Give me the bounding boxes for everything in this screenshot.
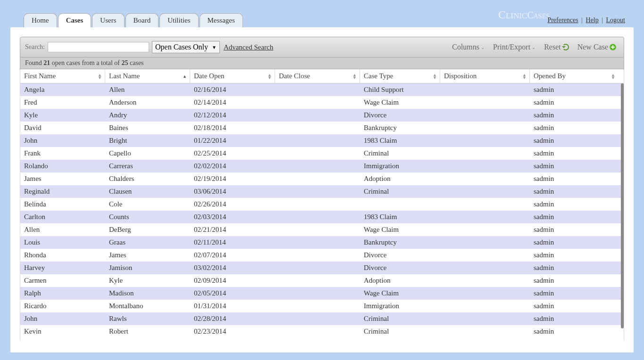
sort-icon: ▲▼ bbox=[352, 74, 357, 79]
tab-utilities[interactable]: Utilities bbox=[159, 13, 198, 27]
table-row[interactable]: RalphMadison02/05/2014Wage Claimsadmin bbox=[20, 287, 624, 300]
table-row[interactable]: BelindaCole02/26/2014sadmin bbox=[20, 198, 624, 211]
cell-first: Reginald bbox=[20, 185, 105, 198]
table-row[interactable]: KevinRobert02/23/2014Criminalsadmin bbox=[20, 325, 624, 338]
col-header-case-type[interactable]: Case Type▲▼ bbox=[360, 69, 440, 83]
chevron-down-icon: ⌄ bbox=[532, 45, 535, 50]
cell-disp bbox=[440, 274, 530, 287]
table-row[interactable]: RolandoCarreras02/02/2014Immigrationsadm… bbox=[20, 160, 624, 172]
cell-disp bbox=[440, 147, 530, 160]
sort-icon: ▲▼ bbox=[522, 74, 527, 79]
header-links: Preferences | Help | Logout bbox=[547, 16, 625, 24]
cell-last: Robert bbox=[105, 325, 190, 338]
cell-first: Louis bbox=[20, 236, 105, 249]
table-row[interactable]: JohnBright01/22/20141983 Claimsadmin bbox=[20, 134, 624, 147]
cell-open: 02/09/2014 bbox=[190, 274, 275, 287]
cell-close bbox=[275, 249, 360, 262]
cell-by: sadmin bbox=[530, 274, 618, 287]
preferences-link[interactable]: Preferences bbox=[547, 16, 578, 24]
cell-first: John bbox=[20, 312, 105, 325]
table-row[interactable]: LouisGraas02/11/2014Bankruptcysadmin bbox=[20, 236, 624, 249]
sort-icon: ▲ bbox=[183, 75, 187, 78]
tab-users[interactable]: Users bbox=[92, 13, 124, 27]
cell-type: Criminal bbox=[360, 325, 440, 338]
table-row[interactable]: JamesChalders02/19/2014Adoptionsadmin bbox=[20, 172, 624, 185]
cell-close bbox=[275, 287, 360, 300]
advanced-search-link[interactable]: Advanced Search bbox=[224, 43, 273, 51]
cell-disp bbox=[440, 300, 530, 312]
search-input[interactable] bbox=[48, 42, 149, 52]
cell-close bbox=[275, 236, 360, 249]
cell-type: Wage Claim bbox=[360, 223, 440, 236]
cell-last: Allen bbox=[105, 83, 190, 96]
help-link[interactable]: Help bbox=[586, 16, 599, 24]
cell-last: Rawls bbox=[105, 312, 190, 325]
columns-button[interactable]: Columns⌄ bbox=[449, 42, 487, 52]
table-row[interactable]: DavidBaines02/18/2014Bankruptcysadmin bbox=[20, 122, 624, 134]
cell-disp bbox=[440, 198, 530, 211]
table-body[interactable]: AngelaAllen02/16/2014Child Supportsadmin… bbox=[20, 83, 624, 341]
cell-by: sadmin bbox=[530, 325, 618, 338]
table-row[interactable]: KyleAndry02/12/2014Divorcesadmin bbox=[20, 109, 624, 122]
cell-by: sadmin bbox=[530, 198, 618, 211]
cell-first: Angela bbox=[20, 83, 105, 96]
table-row[interactable]: JohnRawls02/28/2014Criminalsadmin bbox=[20, 312, 624, 325]
filter-dropdown[interactable]: Open Cases Only ▼ bbox=[152, 41, 220, 53]
col-header-opened-by[interactable]: Opened By▲▼ bbox=[530, 69, 618, 83]
table-row[interactable]: AngelaAllen02/16/2014Child Supportsadmin bbox=[20, 83, 624, 96]
table-row[interactable]: ReginaldClausen03/06/2014Criminalsadmin bbox=[20, 185, 624, 198]
cell-first: Frank bbox=[20, 147, 105, 160]
table-row[interactable]: CarltonCounts02/03/20141983 Claimsadmin bbox=[20, 211, 624, 223]
cell-open: 02/14/2014 bbox=[190, 96, 275, 109]
col-header-last-name[interactable]: Last Name▲ bbox=[105, 69, 190, 83]
cell-by: sadmin bbox=[530, 147, 618, 160]
cell-type: Divorce bbox=[360, 249, 440, 262]
cell-first: David bbox=[20, 122, 105, 134]
cell-close bbox=[275, 198, 360, 211]
table-row[interactable]: CarmenKyle02/09/2014Adoptionsadmin bbox=[20, 274, 624, 287]
new-case-button[interactable]: New Case bbox=[575, 42, 619, 52]
cell-type bbox=[360, 198, 440, 211]
tab-messages[interactable]: Messages bbox=[200, 13, 243, 27]
cell-open: 02/19/2014 bbox=[190, 172, 275, 185]
tab-cases[interactable]: Cases bbox=[58, 13, 92, 27]
cell-disp bbox=[440, 109, 530, 122]
table-row[interactable]: FrankCapello02/25/2014Criminalsadmin bbox=[20, 147, 624, 160]
cell-disp bbox=[440, 160, 530, 172]
logout-link[interactable]: Logout bbox=[606, 16, 625, 24]
cell-close bbox=[275, 211, 360, 223]
scrollbar-thumb[interactable] bbox=[621, 83, 624, 328]
cell-disp bbox=[440, 83, 530, 96]
print-export-button[interactable]: Print/Export⌄ bbox=[490, 42, 538, 52]
toolbar: Search: Open Cases Only ▼ Advanced Searc… bbox=[20, 37, 624, 57]
cell-close bbox=[275, 274, 360, 287]
cell-disp bbox=[440, 325, 530, 338]
cell-type: 1983 Claim bbox=[360, 134, 440, 147]
cell-open: 02/12/2014 bbox=[190, 109, 275, 122]
cell-first: Fred bbox=[20, 96, 105, 109]
col-header-date-close[interactable]: Date Close▲▼ bbox=[275, 69, 360, 83]
plus-icon bbox=[610, 44, 616, 50]
table-row[interactable]: AllenDeBerg02/21/2014Wage Claimsadmin bbox=[20, 223, 624, 236]
table-row[interactable]: RhondaJames02/07/2014Divorcesadmin bbox=[20, 249, 624, 262]
reset-button[interactable]: Reset bbox=[541, 42, 572, 52]
cell-last: Kyle bbox=[105, 274, 190, 287]
cell-close bbox=[275, 109, 360, 122]
tab-home[interactable]: Home bbox=[24, 13, 57, 27]
cell-first: Rolando bbox=[20, 160, 105, 172]
cell-close bbox=[275, 312, 360, 325]
col-header-first-name[interactable]: First Name▲▼ bbox=[20, 69, 105, 83]
cell-by: sadmin bbox=[530, 134, 618, 147]
sort-icon: ▲▼ bbox=[433, 74, 437, 79]
cell-type: Criminal bbox=[360, 312, 440, 325]
cell-last: Counts bbox=[105, 211, 190, 223]
table-row[interactable]: HarveyJamison03/02/2014Divorcesadmin bbox=[20, 262, 624, 274]
table-row[interactable]: FredAnderson02/14/2014Wage Claimsadmin bbox=[20, 96, 624, 109]
col-header-date-open[interactable]: Date Open▲▼ bbox=[190, 69, 275, 83]
table-row[interactable]: RicardoMontalbano01/31/2014Immigrationsa… bbox=[20, 300, 624, 312]
cell-disp bbox=[440, 211, 530, 223]
tab-board[interactable]: Board bbox=[125, 13, 159, 27]
scrollbar[interactable] bbox=[621, 83, 624, 338]
cell-by: sadmin bbox=[530, 185, 618, 198]
col-header-disposition[interactable]: Disposition▲▼ bbox=[440, 69, 530, 83]
